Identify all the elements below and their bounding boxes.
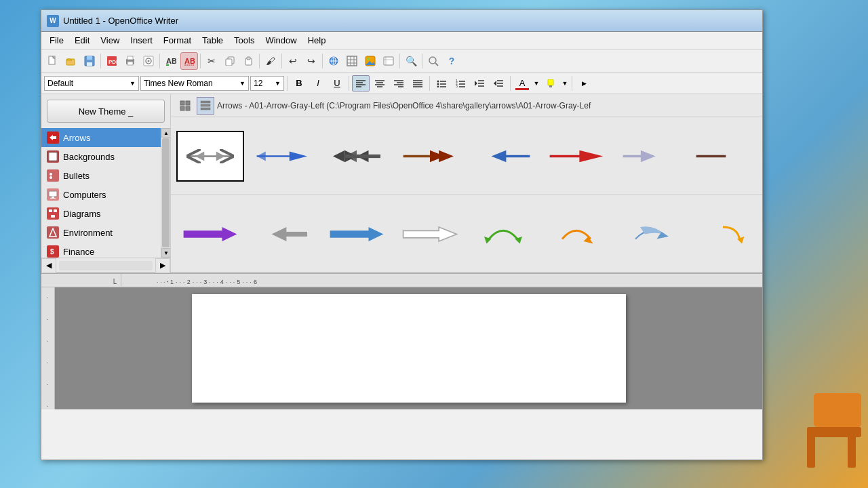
menu-tools[interactable]: Tools xyxy=(229,34,260,47)
find-button[interactable]: 🔍 xyxy=(402,52,420,70)
export-pdf-button[interactable]: PDF xyxy=(103,52,121,70)
sidebar-scrollbar[interactable]: ▲ ▼ xyxy=(161,128,170,258)
font-color-button[interactable]: A xyxy=(513,75,531,92)
open-button[interactable] xyxy=(62,52,80,70)
font-name-select[interactable]: Times New Roman ▼ xyxy=(140,76,249,91)
separator3 xyxy=(200,54,201,68)
svg-marker-84 xyxy=(50,228,56,237)
gallery-item-a16[interactable] xyxy=(689,209,757,260)
gallery-item-a14[interactable] xyxy=(542,209,610,260)
new-theme-button[interactable]: New Theme _ xyxy=(47,100,165,123)
menu-window[interactable]: Window xyxy=(260,34,302,47)
menu-insert[interactable]: Insert xyxy=(125,34,158,47)
scroll-thumb[interactable] xyxy=(162,138,170,247)
sidebar-item-backgrounds[interactable]: Backgrounds xyxy=(41,147,161,166)
sidebar-h-scrollbar[interactable] xyxy=(59,261,153,270)
gallery-item-a08[interactable] xyxy=(689,131,757,182)
gallery-item-a13[interactable] xyxy=(469,209,537,260)
sidebar-nav-right[interactable]: ▶ xyxy=(155,258,170,273)
sidebar-wrapper: New Theme _ Arrows Backgrounds xyxy=(41,94,171,272)
bold-button[interactable]: B xyxy=(290,75,308,92)
gallery-item-a09[interactable] xyxy=(176,209,244,260)
gallery-item-a12[interactable] xyxy=(396,209,464,260)
redo-button[interactable]: ↪ xyxy=(302,52,320,70)
menu-file[interactable]: File xyxy=(44,34,69,47)
sidebar-item-environment[interactable]: Environment xyxy=(41,223,161,242)
gallery-list-view-button[interactable] xyxy=(197,97,214,115)
doc-page-area[interactable] xyxy=(55,287,762,409)
new-button[interactable] xyxy=(44,52,62,70)
menu-help[interactable]: Help xyxy=(302,34,332,47)
sidebar-nav-left[interactable]: ◀ xyxy=(41,258,56,273)
help-button[interactable]: ? xyxy=(443,52,460,70)
highlight-color-button[interactable] xyxy=(542,75,559,92)
gallery-item-a05[interactable] xyxy=(469,131,537,182)
menu-table[interactable]: Table xyxy=(197,34,229,47)
toolbar-main: PDF ABC ABC ✂ 🖌 ↩ ↪ xyxy=(41,49,762,73)
spellcheck-auto-button[interactable]: ABC xyxy=(180,52,198,70)
sidebar-item-finance[interactable]: $ Finance xyxy=(41,242,161,258)
svg-rect-82 xyxy=(54,209,57,212)
undo-button[interactable]: ↩ xyxy=(284,52,302,70)
sidebar-item-bullets[interactable]: Bullets xyxy=(41,166,161,185)
scroll-up-arrow[interactable]: ▲ xyxy=(161,128,170,138)
svg-marker-118 xyxy=(584,237,593,244)
svg-point-52 xyxy=(437,80,439,82)
gallery-icon-view-button[interactable] xyxy=(176,97,194,115)
format-clone-button[interactable]: 🖌 xyxy=(262,52,279,70)
paste-button[interactable] xyxy=(239,52,257,70)
size-dropdown-arrow: ▼ xyxy=(275,80,281,87)
svg-rect-81 xyxy=(49,209,52,212)
list-unordered-button[interactable] xyxy=(433,75,450,92)
sidebar-item-computers[interactable]: Computers xyxy=(41,185,161,204)
align-justify-button[interactable] xyxy=(409,75,427,92)
align-right-button[interactable] xyxy=(390,75,408,92)
scroll-down-arrow[interactable]: ▼ xyxy=(161,248,170,258)
save-button[interactable] xyxy=(81,52,98,70)
svg-marker-68 xyxy=(494,81,496,86)
more-formats-button[interactable]: ▶ xyxy=(575,75,593,92)
gallery-item-a04[interactable] xyxy=(396,131,464,182)
gallery-item-a07[interactable] xyxy=(616,131,684,182)
svg-rect-124 xyxy=(848,434,856,468)
print-button[interactable] xyxy=(121,52,139,70)
gallery-item-a01[interactable] xyxy=(176,131,244,182)
document-page[interactable] xyxy=(192,294,626,403)
menu-format[interactable]: Format xyxy=(158,34,197,47)
navigator-button[interactable] xyxy=(380,52,397,70)
draw-button[interactable] xyxy=(361,52,379,70)
sidebar-item-diagrams[interactable]: Diagrams xyxy=(41,204,161,223)
separator5 xyxy=(281,54,282,68)
sidebar-item-arrows[interactable]: Arrows xyxy=(41,128,161,147)
svg-marker-114 xyxy=(330,227,384,241)
highlight-color-dropdown[interactable]: ▼ xyxy=(561,75,569,92)
indent-increase-button[interactable] xyxy=(490,75,507,92)
table-button[interactable] xyxy=(343,52,361,70)
underline-button[interactable]: U xyxy=(328,75,346,92)
zoom-button[interactable] xyxy=(425,52,442,70)
menu-edit[interactable]: Edit xyxy=(69,34,95,47)
paragraph-style-select[interactable]: Default ▼ xyxy=(44,76,139,91)
spellcheck-button[interactable]: ABC xyxy=(162,52,180,70)
font-size-select[interactable]: 12 ▼ xyxy=(250,76,284,91)
gallery-item-a10[interactable] xyxy=(250,209,317,260)
align-center-button[interactable] xyxy=(371,75,389,92)
italic-button[interactable]: I xyxy=(309,75,327,92)
hyperlink-button[interactable] xyxy=(325,52,342,70)
gallery-item-a02[interactable] xyxy=(250,131,317,182)
svg-rect-23 xyxy=(347,56,357,66)
list-ordered-button[interactable]: 1.2.3. xyxy=(452,75,469,92)
gallery-item-a06[interactable] xyxy=(542,131,610,182)
menu-view[interactable]: View xyxy=(95,34,125,47)
indent-decrease-button[interactable] xyxy=(471,75,488,92)
align-left-button[interactable] xyxy=(352,75,370,92)
preview-button[interactable] xyxy=(140,52,157,70)
gallery-item-a03[interactable] xyxy=(323,131,391,182)
copy-button[interactable] xyxy=(221,52,239,70)
font-color-dropdown[interactable]: ▼ xyxy=(532,75,540,92)
cut-button[interactable]: ✂ xyxy=(203,52,220,70)
font-dropdown-arrow: ▼ xyxy=(239,80,245,87)
gallery-item-a15[interactable] xyxy=(616,209,684,260)
gallery-item-a11[interactable] xyxy=(323,209,391,260)
svg-rect-9 xyxy=(127,62,133,65)
